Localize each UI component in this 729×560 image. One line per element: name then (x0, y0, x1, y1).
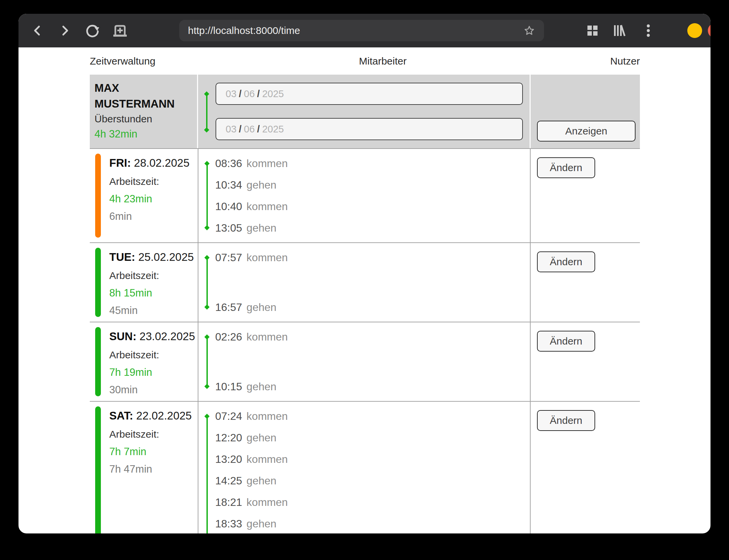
aendern-button[interactable]: Ändern (537, 331, 595, 352)
worktime-label: Arbeitszeit: (109, 175, 198, 188)
page-content: Zeitverwaltung Mitarbeiter Nutzer MAX MU… (18, 47, 711, 533)
aendern-button[interactable]: Ändern (537, 157, 595, 178)
address-bar[interactable]: http://localhost:8000/time (179, 20, 544, 41)
time-entry: 10:15gehen (215, 376, 530, 397)
date-range-cell: 03/06/2025 03/06/2025 (198, 75, 530, 148)
time-entry: 13:05gehen (215, 217, 530, 239)
entry-type: kommen (246, 496, 288, 509)
row-action-cell: Ändern (530, 322, 640, 401)
day-cell: TUE: 25.02.2025 Arbeitszeit: 8h 15min 45… (90, 243, 198, 322)
time-entry: 16:57gehen (215, 296, 530, 318)
day-date: 22.02.2025 (136, 409, 192, 422)
day-status-bar (95, 406, 101, 533)
close-button[interactable] (708, 23, 711, 38)
entry-type: kommen (246, 453, 288, 466)
worktime-value: 7h 19min (109, 366, 198, 379)
time-entry: 10:34gehen (215, 174, 530, 196)
day-label: SUN: (109, 330, 137, 343)
worktime-label: Arbeitszeit: (109, 349, 198, 361)
overtime-label: Überstunden (94, 112, 197, 126)
time-entry: 10:40kommen (215, 196, 530, 217)
employee-summary: MAX MUSTERMANN Überstunden 4h 32min (90, 75, 197, 148)
entry-time: 07:24 (215, 410, 242, 423)
time-entry: 02:26kommen (215, 326, 530, 348)
table-rows: FRI: 28.02.2025 Arbeitszeit: 4h 23min 6m… (90, 148, 640, 533)
entry-time: 10:40 (215, 200, 242, 213)
break-value: 7h 47min (109, 463, 198, 476)
day-label: SAT: (109, 409, 133, 422)
day-status-bar (95, 154, 101, 238)
entry-time: 18:33 (215, 518, 242, 530)
entry-time: 10:34 (215, 179, 242, 191)
tab-overview-icon[interactable] (584, 22, 601, 39)
reload-icon[interactable] (84, 22, 101, 39)
window-controls (682, 23, 711, 38)
forward-icon[interactable] (56, 22, 74, 39)
date-to-year: 2025 (262, 124, 284, 135)
url-text[interactable]: http://localhost:8000/time (188, 25, 523, 36)
day-cell: SAT: 22.02.2025 Arbeitszeit: 7h 7min 7h … (90, 402, 198, 533)
back-icon[interactable] (29, 22, 46, 39)
worktime-label: Arbeitszeit: (109, 269, 198, 282)
entry-type: gehen (246, 301, 276, 314)
time-entry: 18:33gehen (215, 513, 530, 533)
table-header-row: MAX MUSTERMANN Überstunden 4h 32min 03/0… (90, 75, 640, 148)
menu-kebab-icon[interactable] (640, 22, 657, 39)
day-date: 23.02.2025 (140, 330, 195, 343)
employee-name-line1: MAX (94, 80, 197, 96)
date-from-year: 2025 (262, 88, 284, 99)
day-label: TUE: (109, 251, 135, 263)
minimize-button[interactable] (687, 23, 702, 38)
overtime-value: 4h 32min (94, 126, 197, 142)
entry-type: gehen (246, 518, 276, 530)
table-row: FRI: 28.02.2025 Arbeitszeit: 4h 23min 6m… (90, 148, 640, 242)
day-status-bar (95, 248, 101, 317)
nav-item-nutzer[interactable]: Nutzer (610, 55, 640, 67)
entry-type: kommen (246, 331, 288, 343)
entry-type: kommen (246, 200, 288, 213)
nav-item-zeitverwaltung[interactable]: Zeitverwaltung (90, 55, 155, 67)
time-entry: 08:36kommen (215, 153, 530, 174)
entry-type: gehen (246, 222, 276, 234)
new-tab-icon[interactable] (111, 22, 129, 39)
entry-time: 10:15 (215, 381, 242, 393)
main-nav: Zeitverwaltung Mitarbeiter Nutzer (90, 47, 640, 75)
break-value: 6min (109, 210, 198, 223)
aendern-button[interactable]: Ändern (537, 410, 595, 431)
time-entry: 07:57kommen (215, 247, 530, 268)
table-row: SUN: 23.02.2025 Arbeitszeit: 7h 19min 30… (90, 322, 640, 401)
day-label: FRI: (109, 157, 131, 169)
day-date: 25.02.2025 (138, 251, 194, 263)
time-entries-cell: 07:57kommen16:57gehen (198, 243, 530, 322)
entry-time: 02:26 (215, 331, 242, 343)
anzeigen-button[interactable]: Anzeigen (537, 121, 636, 142)
date-range-timeline (206, 94, 207, 130)
entry-type: gehen (246, 475, 276, 487)
entry-time: 07:57 (215, 251, 242, 264)
nav-item-mitarbeiter[interactable]: Mitarbeiter (359, 55, 407, 67)
worktime-label: Arbeitszeit: (109, 428, 198, 441)
worktime-value: 7h 7min (109, 445, 198, 458)
date-from-day: 03 (226, 88, 236, 99)
entry-time: 13:05 (215, 222, 242, 234)
time-entries-cell: 08:36kommen10:34gehen10:40kommen13:05geh… (198, 149, 530, 242)
timeline-line (206, 416, 208, 533)
entry-type: kommen (246, 157, 288, 170)
day-date: 28.02.2025 (134, 157, 189, 169)
row-action-cell: Ändern (530, 243, 640, 322)
day-cell: SUN: 23.02.2025 Arbeitszeit: 7h 19min 30… (90, 322, 198, 401)
employee-name-line2: MUSTERMANN (94, 96, 197, 112)
time-entry: 07:24kommen (215, 405, 530, 427)
bookmark-star-icon[interactable] (523, 25, 535, 37)
browser-toolbar: http://localhost:8000/time (18, 14, 711, 47)
date-from-input[interactable]: 03/06/2025 (216, 83, 523, 105)
date-to-input[interactable]: 03/06/2025 (216, 118, 523, 140)
day-cell: FRI: 28.02.2025 Arbeitszeit: 4h 23min 6m… (90, 149, 198, 242)
timeline-line (206, 337, 208, 387)
date-from-month: 06 (244, 88, 255, 99)
time-table: MAX MUSTERMANN Überstunden 4h 32min 03/0… (90, 75, 640, 533)
entry-type: gehen (246, 381, 276, 393)
aendern-button[interactable]: Ändern (537, 251, 595, 272)
day-status-bar (95, 327, 101, 396)
library-icon[interactable] (612, 22, 629, 39)
